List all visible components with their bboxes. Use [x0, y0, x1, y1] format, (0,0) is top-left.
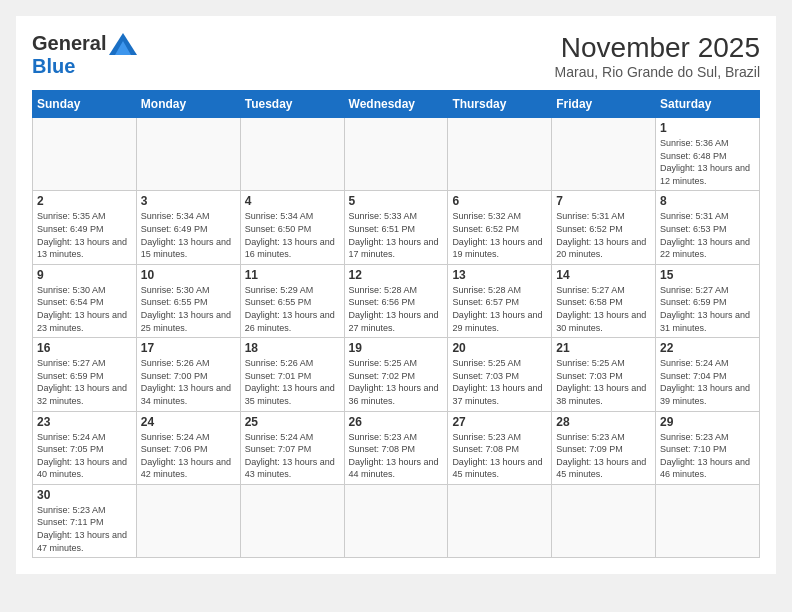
calendar-day-cell: 12Sunrise: 5:28 AMSunset: 6:56 PMDayligh…	[344, 264, 448, 337]
weekday-header: Saturday	[656, 91, 760, 118]
title-area: November 2025 Marau, Rio Grande do Sul, …	[555, 32, 760, 80]
calendar-day-cell: 3Sunrise: 5:34 AMSunset: 6:49 PMDaylight…	[136, 191, 240, 264]
day-number: 23	[37, 415, 132, 429]
calendar: SundayMondayTuesdayWednesdayThursdayFrid…	[32, 90, 760, 558]
day-number: 27	[452, 415, 547, 429]
calendar-day-cell	[344, 118, 448, 191]
calendar-week-row: 2Sunrise: 5:35 AMSunset: 6:49 PMDaylight…	[33, 191, 760, 264]
calendar-day-cell: 18Sunrise: 5:26 AMSunset: 7:01 PMDayligh…	[240, 338, 344, 411]
day-info: Sunrise: 5:35 AMSunset: 6:49 PMDaylight:…	[37, 210, 132, 260]
day-info: Sunrise: 5:34 AMSunset: 6:49 PMDaylight:…	[141, 210, 236, 260]
day-info: Sunrise: 5:26 AMSunset: 7:00 PMDaylight:…	[141, 357, 236, 407]
calendar-day-cell	[448, 484, 552, 557]
day-info: Sunrise: 5:26 AMSunset: 7:01 PMDaylight:…	[245, 357, 340, 407]
day-number: 17	[141, 341, 236, 355]
day-info: Sunrise: 5:29 AMSunset: 6:55 PMDaylight:…	[245, 284, 340, 334]
day-number: 2	[37, 194, 132, 208]
location-title: Marau, Rio Grande do Sul, Brazil	[555, 64, 760, 80]
calendar-day-cell: 22Sunrise: 5:24 AMSunset: 7:04 PMDayligh…	[656, 338, 760, 411]
weekday-header: Friday	[552, 91, 656, 118]
day-number: 14	[556, 268, 651, 282]
calendar-day-cell: 5Sunrise: 5:33 AMSunset: 6:51 PMDaylight…	[344, 191, 448, 264]
calendar-day-cell: 17Sunrise: 5:26 AMSunset: 7:00 PMDayligh…	[136, 338, 240, 411]
calendar-day-cell: 23Sunrise: 5:24 AMSunset: 7:05 PMDayligh…	[33, 411, 137, 484]
calendar-day-cell: 24Sunrise: 5:24 AMSunset: 7:06 PMDayligh…	[136, 411, 240, 484]
calendar-day-cell	[240, 484, 344, 557]
calendar-day-cell: 10Sunrise: 5:30 AMSunset: 6:55 PMDayligh…	[136, 264, 240, 337]
day-info: Sunrise: 5:23 AMSunset: 7:08 PMDaylight:…	[349, 431, 444, 481]
calendar-day-cell: 15Sunrise: 5:27 AMSunset: 6:59 PMDayligh…	[656, 264, 760, 337]
day-info: Sunrise: 5:36 AMSunset: 6:48 PMDaylight:…	[660, 137, 755, 187]
logo: General Blue	[32, 32, 137, 78]
day-number: 3	[141, 194, 236, 208]
day-info: Sunrise: 5:27 AMSunset: 6:59 PMDaylight:…	[37, 357, 132, 407]
calendar-day-cell	[656, 484, 760, 557]
calendar-day-cell	[552, 484, 656, 557]
calendar-day-cell	[136, 118, 240, 191]
calendar-day-cell: 19Sunrise: 5:25 AMSunset: 7:02 PMDayligh…	[344, 338, 448, 411]
calendar-day-cell: 11Sunrise: 5:29 AMSunset: 6:55 PMDayligh…	[240, 264, 344, 337]
logo-blue: Blue	[32, 55, 75, 78]
day-info: Sunrise: 5:30 AMSunset: 6:55 PMDaylight:…	[141, 284, 236, 334]
month-title: November 2025	[555, 32, 760, 64]
calendar-day-cell: 16Sunrise: 5:27 AMSunset: 6:59 PMDayligh…	[33, 338, 137, 411]
day-info: Sunrise: 5:24 AMSunset: 7:06 PMDaylight:…	[141, 431, 236, 481]
day-number: 20	[452, 341, 547, 355]
day-number: 9	[37, 268, 132, 282]
day-info: Sunrise: 5:23 AMSunset: 7:09 PMDaylight:…	[556, 431, 651, 481]
weekday-header: Thursday	[448, 91, 552, 118]
calendar-week-row: 16Sunrise: 5:27 AMSunset: 6:59 PMDayligh…	[33, 338, 760, 411]
day-info: Sunrise: 5:25 AMSunset: 7:03 PMDaylight:…	[452, 357, 547, 407]
calendar-day-cell: 20Sunrise: 5:25 AMSunset: 7:03 PMDayligh…	[448, 338, 552, 411]
day-info: Sunrise: 5:31 AMSunset: 6:52 PMDaylight:…	[556, 210, 651, 260]
day-info: Sunrise: 5:27 AMSunset: 6:58 PMDaylight:…	[556, 284, 651, 334]
calendar-week-row: 9Sunrise: 5:30 AMSunset: 6:54 PMDaylight…	[33, 264, 760, 337]
day-number: 26	[349, 415, 444, 429]
calendar-day-cell: 29Sunrise: 5:23 AMSunset: 7:10 PMDayligh…	[656, 411, 760, 484]
day-number: 8	[660, 194, 755, 208]
weekday-header: Sunday	[33, 91, 137, 118]
calendar-week-row: 30Sunrise: 5:23 AMSunset: 7:11 PMDayligh…	[33, 484, 760, 557]
day-info: Sunrise: 5:27 AMSunset: 6:59 PMDaylight:…	[660, 284, 755, 334]
calendar-day-cell	[240, 118, 344, 191]
calendar-day-cell: 26Sunrise: 5:23 AMSunset: 7:08 PMDayligh…	[344, 411, 448, 484]
calendar-day-cell: 13Sunrise: 5:28 AMSunset: 6:57 PMDayligh…	[448, 264, 552, 337]
day-number: 24	[141, 415, 236, 429]
day-number: 18	[245, 341, 340, 355]
day-info: Sunrise: 5:31 AMSunset: 6:53 PMDaylight:…	[660, 210, 755, 260]
calendar-day-cell: 1Sunrise: 5:36 AMSunset: 6:48 PMDaylight…	[656, 118, 760, 191]
day-info: Sunrise: 5:24 AMSunset: 7:07 PMDaylight:…	[245, 431, 340, 481]
day-number: 28	[556, 415, 651, 429]
day-info: Sunrise: 5:34 AMSunset: 6:50 PMDaylight:…	[245, 210, 340, 260]
calendar-day-cell: 9Sunrise: 5:30 AMSunset: 6:54 PMDaylight…	[33, 264, 137, 337]
calendar-week-row: 1Sunrise: 5:36 AMSunset: 6:48 PMDaylight…	[33, 118, 760, 191]
day-number: 11	[245, 268, 340, 282]
calendar-day-cell: 28Sunrise: 5:23 AMSunset: 7:09 PMDayligh…	[552, 411, 656, 484]
day-info: Sunrise: 5:30 AMSunset: 6:54 PMDaylight:…	[37, 284, 132, 334]
calendar-day-cell	[552, 118, 656, 191]
day-info: Sunrise: 5:23 AMSunset: 7:11 PMDaylight:…	[37, 504, 132, 554]
day-info: Sunrise: 5:23 AMSunset: 7:08 PMDaylight:…	[452, 431, 547, 481]
calendar-day-cell: 30Sunrise: 5:23 AMSunset: 7:11 PMDayligh…	[33, 484, 137, 557]
logo-general: General	[32, 32, 106, 55]
page: General Blue November 2025 Marau, Rio Gr…	[16, 16, 776, 574]
day-number: 19	[349, 341, 444, 355]
calendar-day-cell	[33, 118, 137, 191]
calendar-day-cell: 27Sunrise: 5:23 AMSunset: 7:08 PMDayligh…	[448, 411, 552, 484]
calendar-week-row: 23Sunrise: 5:24 AMSunset: 7:05 PMDayligh…	[33, 411, 760, 484]
day-info: Sunrise: 5:33 AMSunset: 6:51 PMDaylight:…	[349, 210, 444, 260]
calendar-day-cell: 4Sunrise: 5:34 AMSunset: 6:50 PMDaylight…	[240, 191, 344, 264]
calendar-day-cell	[448, 118, 552, 191]
day-number: 1	[660, 121, 755, 135]
day-number: 5	[349, 194, 444, 208]
calendar-day-cell	[136, 484, 240, 557]
calendar-day-cell: 7Sunrise: 5:31 AMSunset: 6:52 PMDaylight…	[552, 191, 656, 264]
day-info: Sunrise: 5:25 AMSunset: 7:02 PMDaylight:…	[349, 357, 444, 407]
day-number: 12	[349, 268, 444, 282]
day-number: 25	[245, 415, 340, 429]
day-number: 6	[452, 194, 547, 208]
logo-text: General	[32, 32, 137, 55]
day-number: 7	[556, 194, 651, 208]
header: General Blue November 2025 Marau, Rio Gr…	[32, 32, 760, 80]
day-info: Sunrise: 5:23 AMSunset: 7:10 PMDaylight:…	[660, 431, 755, 481]
